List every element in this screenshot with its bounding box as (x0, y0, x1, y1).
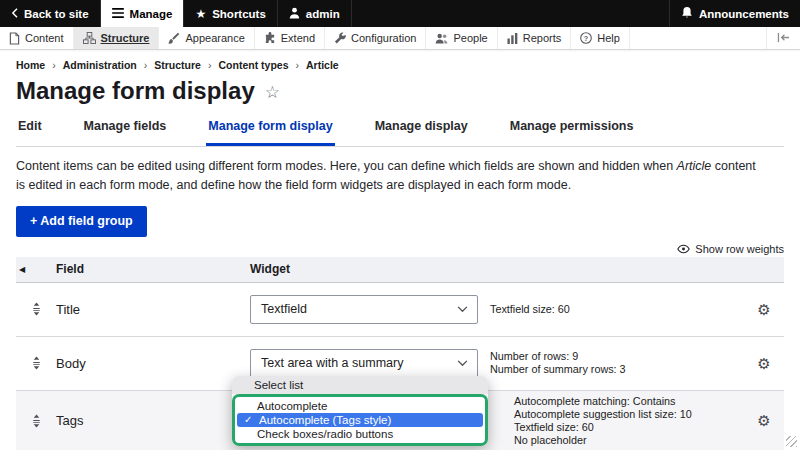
chevron-down-icon (457, 306, 468, 313)
announcements-button[interactable]: Announcements (669, 0, 800, 27)
page-content: Home › Administration › Structure › Cont… (0, 50, 800, 450)
menu-item-extend[interactable]: Extend (255, 27, 325, 49)
admin-menu-bar: Content Structure Appearance Extend Conf… (0, 27, 800, 50)
menu-item-reports[interactable]: Reports (498, 27, 572, 49)
field-label-body: Body (56, 356, 250, 371)
admin-bar-spacer (352, 0, 669, 27)
tab-manage-fields[interactable]: Manage fields (82, 113, 169, 146)
settings-gear-icon[interactable]: ⚙ (757, 413, 770, 428)
appearance-icon (168, 32, 180, 44)
widget-summary-body: Number of rows: 9 Number of summary rows… (490, 350, 744, 376)
drag-handle-icon[interactable] (30, 302, 43, 316)
breadcrumb-link-home[interactable]: Home (16, 59, 45, 71)
widget-dropdown-menu: Select list Autocomplete ✓ Autocomplete … (232, 376, 488, 446)
extend-icon (264, 32, 276, 44)
menu-item-label: Help (597, 32, 620, 44)
configuration-icon (334, 32, 346, 44)
widget-summary-title: Textfield size: 60 (490, 303, 744, 316)
back-to-site-label: Back to site (24, 8, 89, 20)
help-icon: ? (580, 32, 592, 44)
column-header-field: Field (56, 262, 250, 276)
user-menu-button[interactable]: admin (278, 0, 352, 27)
drag-handle-icon[interactable] (30, 356, 43, 370)
menu-item-label: Extend (281, 32, 315, 44)
menu-item-label: Reports (523, 32, 562, 44)
primary-tabs: Edit Manage fields Manage form display M… (16, 113, 784, 147)
shortcuts-label: Shortcuts (212, 8, 266, 20)
breadcrumb-separator: › (208, 59, 212, 71)
dropdown-option-autocomplete-tags-style[interactable]: ✓ Autocomplete (Tags style) (237, 413, 483, 427)
menu-item-appearance[interactable]: Appearance (159, 27, 254, 49)
settings-gear-icon[interactable]: ⚙ (757, 302, 770, 317)
shortcuts-button[interactable]: ★ Shortcuts (184, 0, 277, 27)
breadcrumb-link-administration[interactable]: Administration (63, 59, 137, 71)
widget-select-body[interactable]: Text area with a summary (250, 349, 478, 378)
user-icon (289, 7, 300, 21)
favorite-star-icon[interactable]: ☆ (265, 79, 280, 107)
description-text: Content items can be edited using differ… (16, 159, 677, 173)
username-label: admin (306, 8, 340, 20)
breadcrumb-link-structure[interactable]: Structure (154, 59, 201, 71)
table-row-title: Title Textfield Textfield size: 60 ⚙ (16, 283, 784, 337)
menu-item-content[interactable]: Content (0, 27, 74, 49)
widget-select-value: Text area with a summary (261, 356, 403, 370)
breadcrumb-separator: › (144, 59, 148, 71)
dropdown-option-select-list[interactable]: Select list (232, 376, 488, 394)
page-title: Manage form display ☆ (16, 77, 784, 107)
settings-gear-icon[interactable]: ⚙ (757, 356, 770, 371)
menu-item-people[interactable]: People (426, 27, 497, 49)
manage-label: Manage (130, 8, 173, 20)
tab-manage-form-display[interactable]: Manage form display (206, 113, 334, 146)
column-header-widget: Widget (250, 262, 490, 276)
dropdown-option-autocomplete[interactable]: Autocomplete (235, 399, 485, 413)
dropdown-focus-ring: Autocomplete ✓ Autocomplete (Tags style)… (232, 394, 488, 446)
star-icon: ★ (195, 8, 206, 20)
menu-item-structure[interactable]: Structure (74, 27, 160, 49)
resize-grip[interactable] (786, 436, 797, 447)
field-label-tags: Tags (56, 413, 250, 428)
breadcrumb-link-content-types[interactable]: Content types (218, 59, 288, 71)
menu-item-label: Appearance (185, 32, 244, 44)
menu-item-label: People (453, 32, 487, 44)
breadcrumb-separator: › (52, 59, 56, 71)
breadcrumb: Home › Administration › Structure › Cont… (16, 59, 784, 71)
menu-item-label: Configuration (351, 32, 416, 44)
chevron-down-icon (457, 360, 468, 367)
page-description: Content items can be edited using differ… (16, 157, 764, 196)
tab-edit[interactable]: Edit (16, 113, 44, 146)
table-header-marker-icon: ◀ (16, 265, 56, 274)
field-label-title: Title (56, 302, 250, 317)
show-icon (677, 244, 690, 254)
page-title-text: Manage form display (16, 77, 255, 105)
tab-manage-permissions[interactable]: Manage permissions (508, 113, 636, 146)
breadcrumb-separator: › (295, 59, 299, 71)
toolbar-collapse-button[interactable] (766, 27, 800, 49)
widget-select-value: Textfield (261, 302, 307, 316)
collapse-left-icon (777, 32, 790, 45)
structure-icon (83, 32, 96, 44)
reports-icon (507, 33, 518, 44)
breadcrumb-link-article[interactable]: Article (306, 59, 339, 71)
show-row-weights-link[interactable]: Show row weights (16, 243, 784, 255)
dropdown-option-checkboxes-radio[interactable]: Check boxes/radio buttons (235, 427, 485, 441)
menu-item-label: Structure (101, 32, 150, 44)
announcements-label: Announcements (699, 8, 789, 20)
menu-item-help[interactable]: ? Help (571, 27, 630, 49)
back-to-site-link[interactable]: Back to site (0, 0, 101, 27)
svg-text:?: ? (584, 34, 589, 43)
menu-item-configuration[interactable]: Configuration (325, 27, 426, 49)
widget-select-title[interactable]: Textfield (250, 295, 478, 324)
manage-menu-button[interactable]: Manage (101, 0, 185, 27)
content-icon (9, 32, 20, 45)
add-field-group-button[interactable]: + Add field group (16, 206, 147, 237)
bell-icon (681, 6, 693, 21)
drag-handle-icon[interactable] (30, 414, 43, 428)
people-icon (435, 33, 448, 44)
description-emphasis: Article (677, 159, 712, 173)
checkmark-icon: ✓ (244, 413, 252, 427)
dropdown-option-label: Autocomplete (Tags style) (259, 414, 391, 426)
tab-manage-display[interactable]: Manage display (373, 113, 470, 146)
hamburger-icon (112, 8, 124, 20)
menu-item-label: Content (25, 32, 64, 44)
back-arrow-icon (11, 8, 18, 20)
